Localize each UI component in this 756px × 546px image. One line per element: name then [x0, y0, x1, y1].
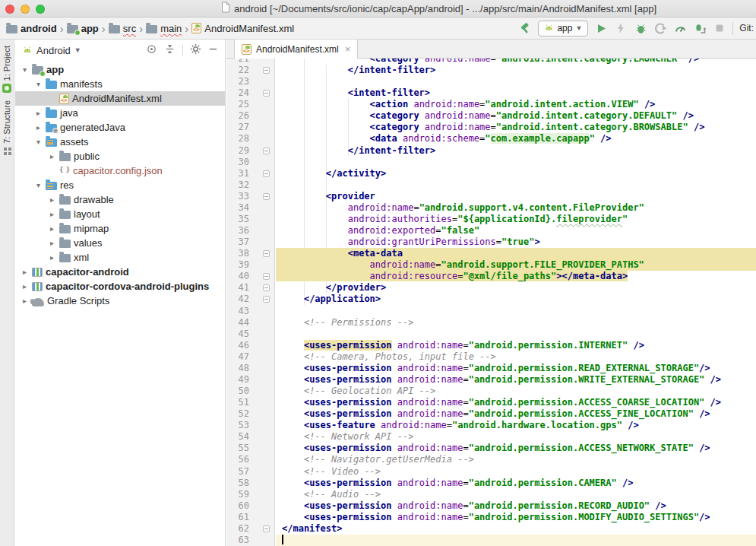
tree-item-app[interactable]: ▾app [15, 62, 225, 77]
code-line-53[interactable]: <uses-feature android:name="android.hard… [276, 420, 756, 431]
tree-item-public[interactable]: ▸public [15, 149, 225, 163]
code-line-47[interactable]: <!-- Camera, Photos, input file --> [276, 351, 756, 363]
code-line-63[interactable] [276, 535, 756, 546]
code-line-56[interactable]: <!-- Navigator.getUserMedia --> [276, 454, 756, 465]
breadcrumb-item-main[interactable]: main [146, 23, 182, 34]
run-with-coverage-icon[interactable] [653, 21, 667, 35]
code-line-30[interactable] [276, 157, 756, 168]
tree-item-res[interactable]: ▾res [15, 178, 225, 192]
tree-item-capacitor-cordova-android-plugins[interactable]: ▸capacitor-cordova-android-plugins [15, 279, 225, 294]
fold-marker-icon[interactable] [263, 67, 270, 74]
code-line-55[interactable]: <uses-permission android:name="android.p… [276, 443, 756, 454]
code-line-26[interactable]: <category android:name="android.intent.c… [276, 110, 756, 122]
tree-collapsed-arrow-icon[interactable]: ▸ [48, 253, 56, 262]
tree-item-capacitor-config-json[interactable]: capacitor.config.json [15, 163, 225, 178]
fold-marker-icon[interactable] [263, 193, 270, 200]
structure-tool-button[interactable]: 7: Structure [2, 100, 11, 144]
code-line-37[interactable]: android:grantUriPermissions="true"> [276, 236, 756, 248]
code-line-50[interactable]: <!-- Geolocation API --> [276, 386, 756, 397]
apply-changes-icon[interactable] [614, 21, 628, 35]
code-line-29[interactable]: </intent-filter> [276, 145, 756, 157]
tree-item-xml[interactable]: ▸xml [15, 250, 225, 265]
code-line-35[interactable]: android:authorities="${applicationId}.fi… [276, 214, 756, 225]
run-button[interactable] [594, 21, 608, 35]
tree-item-gradle-scripts[interactable]: ▸Gradle Scripts [15, 294, 225, 308]
code-line-23[interactable] [276, 76, 756, 87]
code-line-33[interactable]: <provider [276, 191, 756, 202]
fold-marker-icon[interactable] [263, 525, 270, 532]
tree-item-capacitor-android[interactable]: ▸capacitor-android [15, 265, 225, 279]
project-tool-icon[interactable] [2, 84, 11, 93]
code-line-61[interactable]: <uses-permission android:name="android.p… [276, 512, 756, 523]
tree-collapsed-arrow-icon[interactable]: ▸ [48, 195, 56, 204]
structure-tool-icon[interactable] [4, 148, 7, 151]
code-line-49[interactable]: <uses-permission android:name="android.p… [276, 374, 756, 386]
zoom-window-button[interactable] [36, 5, 45, 14]
tree-item-mipmap[interactable]: ▸mipmap [15, 221, 225, 236]
code-line-45[interactable] [276, 329, 756, 340]
project-tool-button[interactable]: 1: Project [2, 46, 11, 81]
code-line-57[interactable]: <!-- Video --> [276, 466, 756, 478]
tree-item-values[interactable]: ▸values [15, 236, 225, 250]
code-line-58[interactable]: <uses-permission android:name="android.p… [276, 478, 756, 489]
tree-expanded-arrow-icon[interactable]: ▾ [34, 80, 43, 88]
close-icon[interactable]: × [345, 43, 351, 55]
tree-item-layout[interactable]: ▸layout [15, 207, 225, 221]
fold-marker-icon[interactable] [263, 250, 270, 257]
code-line-52[interactable]: <uses-permission android:name="android.p… [276, 408, 756, 420]
code-line-60[interactable]: <uses-permission android:name="android.p… [276, 500, 756, 512]
gear-icon[interactable] [190, 43, 201, 57]
tree-item-java[interactable]: ▸java [15, 106, 225, 120]
code-line-32[interactable] [276, 179, 756, 191]
tree-collapsed-arrow-icon[interactable]: ▸ [48, 210, 56, 218]
code-line-31[interactable]: </activity> [276, 168, 756, 179]
code-line-54[interactable]: <!-- Network API --> [276, 431, 756, 443]
fold-marker-icon[interactable] [263, 170, 270, 177]
code-line-27[interactable]: <category android:name="android.intent.c… [276, 122, 756, 133]
fold-marker-icon[interactable] [263, 296, 270, 303]
breadcrumb-item-app[interactable]: app [67, 23, 99, 34]
code-line-46[interactable]: <uses-permission android:name="android.p… [276, 340, 756, 351]
breadcrumb-item-src[interactable]: src [109, 23, 136, 34]
code-line-25[interactable]: <action android:name="android.intent.act… [276, 99, 756, 110]
code-line-59[interactable]: <!-- Audio --> [276, 489, 756, 500]
tree-expanded-arrow-icon[interactable]: ▾ [34, 138, 43, 146]
stop-button[interactable] [713, 21, 726, 35]
fold-marker-icon[interactable] [263, 273, 270, 280]
code-area[interactable]: <category android:name="android.intent.c… [276, 59, 756, 546]
code-line-36[interactable]: android:exported="false" [276, 225, 756, 236]
code-line-62[interactable]: </manifest> [276, 523, 756, 535]
tree-collapsed-arrow-icon[interactable]: ▸ [21, 297, 29, 305]
fold-marker-icon[interactable] [263, 284, 270, 291]
tree-item-assets[interactable]: ▾assets [15, 135, 225, 149]
tree-item-androidmanifest-xml[interactable]: AndroidManifest.xml [15, 91, 225, 106]
close-window-button[interactable] [5, 5, 14, 14]
tree-expanded-arrow-icon[interactable]: ▾ [21, 65, 29, 74]
editor-body[interactable]: 2122232425262728293031323334353637383940… [226, 59, 756, 546]
breadcrumb-item-android[interactable]: android [6, 23, 57, 34]
code-line-43[interactable] [276, 306, 756, 317]
code-line-28[interactable]: <data android:scheme="com.example.capapp… [276, 133, 756, 144]
tree-collapsed-arrow-icon[interactable]: ▸ [48, 239, 56, 247]
code-line-48[interactable]: <uses-permission android:name="android.p… [276, 363, 756, 374]
code-line-40[interactable]: android:resource="@xml/file_paths"></met… [276, 271, 756, 282]
code-line-39[interactable]: android:name="android.support.FILE_PROVI… [276, 259, 756, 271]
locate-file-icon[interactable] [146, 43, 157, 57]
code-line-38[interactable]: <meta-data [276, 248, 756, 259]
project-view-selector[interactable]: Android [36, 45, 71, 56]
code-line-21[interactable]: <category android:name="android.intent.c… [276, 59, 756, 65]
code-line-42[interactable]: </application> [276, 294, 756, 305]
tree-collapsed-arrow-icon[interactable]: ▸ [34, 123, 43, 132]
tree-collapsed-arrow-icon[interactable]: ▸ [34, 109, 43, 117]
tree-item-drawable[interactable]: ▸drawable [15, 192, 225, 207]
fold-marker-icon[interactable] [263, 90, 270, 97]
hide-panel-icon[interactable] [208, 44, 218, 56]
minimize-window-button[interactable] [21, 5, 30, 14]
code-line-34[interactable]: android:name="android.support.v4.content… [276, 202, 756, 214]
tree-collapsed-arrow-icon[interactable]: ▸ [48, 224, 56, 233]
run-configuration-select[interactable]: app ▼ [538, 21, 588, 37]
tab-androidmanifest[interactable]: AndroidManifest.xml × [234, 40, 358, 59]
tree-collapsed-arrow-icon[interactable]: ▸ [21, 268, 29, 276]
code-line-22[interactable]: </intent-filter> [276, 65, 756, 76]
attach-debugger-icon[interactable] [693, 21, 707, 35]
